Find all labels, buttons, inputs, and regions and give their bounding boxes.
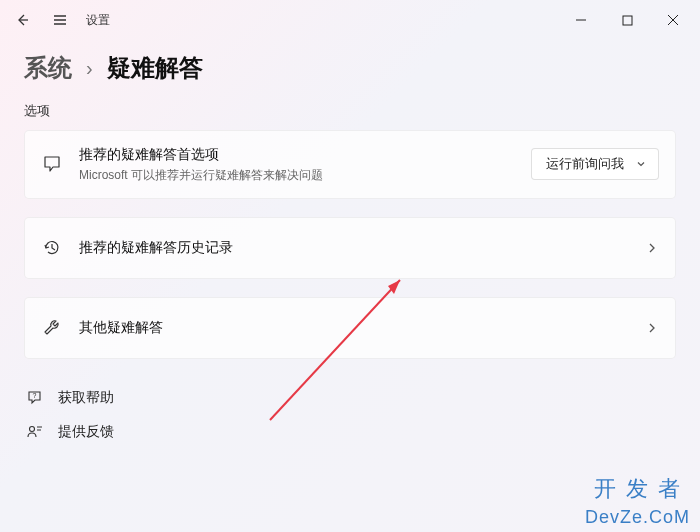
card-text: 推荐的疑难解答首选项 Microsoft 可以推荐并运行疑难解答来解决问题 <box>79 145 531 184</box>
svg-rect-0 <box>623 16 632 25</box>
titlebar: 设置 <box>0 0 700 40</box>
card-preferred-troubleshoot: 推荐的疑难解答首选项 Microsoft 可以推荐并运行疑难解答来解决问题 运行… <box>24 130 676 199</box>
svg-point-2 <box>30 426 35 431</box>
minimize-icon <box>575 14 587 26</box>
preferred-dropdown[interactable]: 运行前询问我 <box>531 148 659 180</box>
watermark-cn: 开发者 <box>594 474 690 504</box>
minimize-button[interactable] <box>558 4 604 36</box>
app-title: 设置 <box>86 12 110 29</box>
card-title: 推荐的疑难解答首选项 <box>79 145 531 165</box>
hamburger-icon <box>52 12 68 28</box>
window-controls <box>558 4 696 36</box>
close-icon <box>667 14 679 26</box>
feedback-icon <box>26 423 44 441</box>
link-label: 获取帮助 <box>58 389 114 407</box>
back-button[interactable] <box>4 2 40 38</box>
titlebar-left: 设置 <box>4 2 110 38</box>
help-icon: ? <box>26 389 44 407</box>
help-links: ? 获取帮助 提供反馈 <box>24 381 676 449</box>
maximize-icon <box>622 15 633 26</box>
breadcrumb-separator: › <box>86 57 93 80</box>
get-help-link[interactable]: ? 获取帮助 <box>24 381 676 415</box>
menu-button[interactable] <box>42 2 78 38</box>
dropdown-value: 运行前询问我 <box>546 155 624 173</box>
watermark-en: DevZe.CoM <box>585 507 690 528</box>
maximize-button[interactable] <box>604 4 650 36</box>
wrench-icon <box>41 317 63 339</box>
breadcrumb-current: 疑难解答 <box>107 52 203 84</box>
svg-text:?: ? <box>33 392 37 399</box>
card-other-troubleshoot[interactable]: 其他疑难解答 <box>24 297 676 359</box>
main-content: 系统 › 疑难解答 选项 推荐的疑难解答首选项 Microsoft 可以推荐并运… <box>0 40 700 449</box>
close-button[interactable] <box>650 4 696 36</box>
history-icon <box>41 237 63 259</box>
breadcrumb-parent[interactable]: 系统 <box>24 52 72 84</box>
link-label: 提供反馈 <box>58 423 114 441</box>
card-text: 推荐的疑难解答历史记录 <box>79 238 645 258</box>
card-text: 其他疑难解答 <box>79 318 645 338</box>
breadcrumb: 系统 › 疑难解答 <box>24 52 676 84</box>
feedback-link[interactable]: 提供反馈 <box>24 415 676 449</box>
card-title: 推荐的疑难解答历史记录 <box>79 238 645 258</box>
card-subtitle: Microsoft 可以推荐并运行疑难解答来解决问题 <box>79 167 531 184</box>
section-label: 选项 <box>24 102 676 120</box>
card-history[interactable]: 推荐的疑难解答历史记录 <box>24 217 676 279</box>
chevron-down-icon <box>634 157 648 171</box>
chevron-right-icon <box>645 321 659 335</box>
chevron-right-icon <box>645 241 659 255</box>
arrow-left-icon <box>14 12 30 28</box>
chat-icon <box>41 153 63 175</box>
card-title: 其他疑难解答 <box>79 318 645 338</box>
